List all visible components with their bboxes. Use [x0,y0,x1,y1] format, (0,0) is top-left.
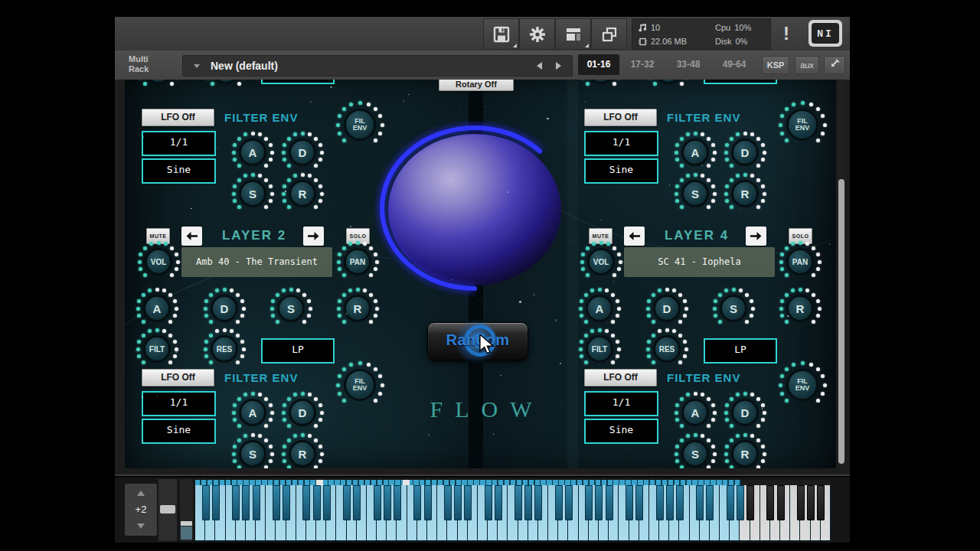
black-key[interactable] [766,485,774,520]
resonance-knob[interactable]: RES [202,327,247,371]
black-key[interactable] [394,485,401,520]
prev-layer-preset-button[interactable] [181,227,202,246]
lfo-wave-select[interactable]: Sine [142,158,216,184]
vertical-scrollbar[interactable] [838,80,845,468]
black-key[interactable] [565,485,573,520]
release-knob[interactable]: R [335,286,380,331]
next-preset-arrow[interactable] [556,62,561,70]
fader-thumb[interactable] [160,505,175,514]
black-key[interactable] [706,485,714,520]
black-key[interactable] [323,485,331,520]
windows-button[interactable] [591,18,627,50]
black-key[interactable] [444,485,452,520]
fil-env-amount-knob[interactable]: FILENV [777,99,828,150]
black-key[interactable] [797,485,805,520]
black-key[interactable] [454,485,462,520]
attack-knob[interactable]: A [577,286,622,331]
filter-sustain-knob[interactable]: S [673,171,717,216]
tab-01-16[interactable]: 01-16 [578,54,619,75]
decay-knob[interactable]: D [645,286,689,331]
filter-release-knob[interactable]: R [280,432,325,468]
filter-attack-knob[interactable]: A [230,130,275,174]
black-key[interactable] [384,485,391,520]
workspace-view-button[interactable] [555,18,591,50]
triangle-up-icon[interactable] [137,491,145,496]
black-key[interactable] [635,485,643,520]
black-key[interactable] [585,485,593,520]
black-key[interactable] [232,485,240,520]
layer-preset-display[interactable]: Amb 40 - The Transient [181,247,332,277]
tab-49-64[interactable]: 49-64 [714,54,755,75]
filter-release-knob[interactable]: R [723,171,767,216]
mini-slider-thumb[interactable] [181,521,192,526]
warning-indicator[interactable]: ! [775,18,798,48]
black-key[interactable] [696,485,704,520]
layer-preset-display[interactable]: SC 41 - Iophela [624,247,775,277]
decay-knob[interactable]: D [202,286,247,331]
black-key[interactable] [212,485,220,520]
black-key[interactable] [485,485,492,520]
filter-sustain-knob[interactable]: S [673,432,717,468]
filter-cutoff-knob[interactable]: FILT [577,327,622,371]
black-key[interactable] [374,485,381,520]
black-key[interactable] [817,485,825,520]
prev-layer-preset-button[interactable] [624,227,645,246]
filter-attack-knob[interactable]: A [673,390,717,435]
aux-button[interactable]: aux [795,56,819,74]
lfo-rate-select[interactable]: 1/1 [142,391,216,416]
prev-preset-arrow[interactable] [537,62,542,70]
release-knob[interactable]: R [778,286,822,331]
resonance-knob[interactable]: RES [645,327,689,371]
black-key[interactable] [253,485,260,520]
volume-knob[interactable]: VOL [136,240,181,284]
pan-knob[interactable]: PAN [335,240,380,284]
filter-sustain-knob[interactable]: S [230,171,275,216]
black-key[interactable] [302,485,310,520]
black-key[interactable] [807,485,815,520]
black-key[interactable] [727,485,734,520]
black-key[interactable] [413,485,421,520]
lfo-toggle-button[interactable]: LFO Off [142,109,214,126]
keyboard-fader[interactable] [158,479,177,541]
attack-knob[interactable]: A [135,286,179,331]
preset-dropdown[interactable]: New (default) [182,55,573,77]
lfo-toggle-button[interactable]: LFO Off [584,109,657,126]
next-layer-preset-button[interactable] [303,227,324,246]
filter-sustain-knob[interactable]: S [230,432,275,468]
lfo-wave-select[interactable]: Sine [584,158,658,184]
black-key[interactable] [524,485,532,520]
filter-release-knob[interactable]: R [723,432,767,468]
lfo-wave-select[interactable]: Sine [584,419,658,444]
sustain-knob[interactable]: S [711,286,756,331]
black-key[interactable] [273,485,280,520]
options-button[interactable] [519,18,555,50]
black-key[interactable] [626,485,633,520]
black-key[interactable] [495,485,502,520]
next-layer-preset-button[interactable] [746,227,766,246]
black-key[interactable] [283,485,290,520]
transpose-control[interactable]: +2 [125,484,157,536]
black-key[interactable] [534,485,542,520]
piano-keyboard[interactable] [195,480,831,541]
tab-17-32[interactable]: 17-32 [622,54,663,75]
black-key[interactable] [595,485,603,520]
tab-33-48[interactable]: 33-48 [668,54,709,75]
black-key[interactable] [514,485,522,520]
black-key[interactable] [666,485,674,520]
triangle-down-icon[interactable] [137,523,145,529]
black-key[interactable] [746,485,754,520]
black-key[interactable] [353,485,361,520]
black-key[interactable] [656,485,664,520]
filter-decay-knob[interactable]: D [723,390,767,435]
filter-type-select[interactable]: LP [261,338,335,364]
black-key[interactable] [606,485,613,520]
lfo-rate-select[interactable]: 1/1 [584,131,658,156]
black-key[interactable] [737,485,744,520]
filter-decay-knob[interactable]: D [723,130,767,174]
filter-release-knob[interactable]: R [280,171,325,216]
keyboard-mini-slider[interactable] [180,479,193,541]
volume-knob[interactable]: VOL [579,240,623,284]
lfo-wave-select[interactable]: Sine [142,419,216,444]
pan-knob[interactable]: PAN [778,240,822,284]
filter-decay-knob[interactable]: D [280,390,325,435]
